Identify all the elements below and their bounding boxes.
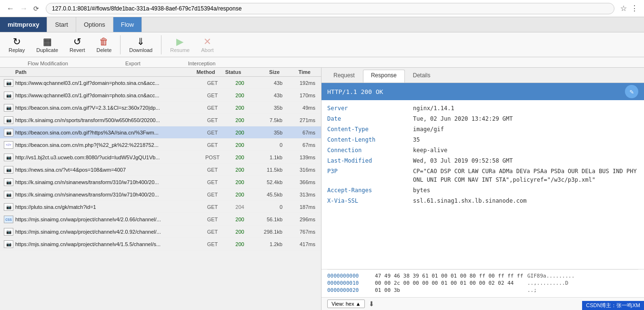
- row-status: 200: [227, 217, 253, 222]
- row-time: 192ms: [286, 80, 317, 86]
- view-selector-button[interactable]: View: hex ▲: [327, 300, 365, 308]
- forward-button[interactable]: →: [17, 3, 30, 14]
- tab-flow[interactable]: Flow: [113, 17, 142, 32]
- row-icon: 📷: [4, 240, 13, 248]
- row-status: 200: [227, 241, 253, 247]
- flow-row[interactable]: 📷 http://vs1.bj2ct.u3.ucweb.com:8080/?uc…: [0, 151, 321, 164]
- row-status: 200: [227, 155, 253, 160]
- flow-row[interactable]: css https://mjs.sinaimg.cn/wap/project/c…: [0, 213, 321, 226]
- row-size: 7.5kb: [253, 117, 286, 123]
- hex-addr: 0000000000: [327, 273, 375, 279]
- row-time: 67ms: [286, 130, 317, 135]
- menu-button[interactable]: ⋮: [629, 3, 640, 14]
- hex-row: 000000000047 49 46 38 39 61 01 00 01 00 …: [327, 273, 638, 279]
- row-status: 200: [227, 130, 253, 135]
- hex-bytes: 00 00 2c 00 00 00 00 01 00 01 00 00 02 0…: [375, 280, 527, 286]
- header-name: P3P: [327, 167, 413, 184]
- header-name: Last-Modified: [327, 156, 413, 165]
- row-time: 49ms: [286, 105, 317, 111]
- delete-icon: 🗑: [99, 37, 109, 46]
- row-size: 0: [253, 142, 286, 148]
- flow-row[interactable]: 📷 https://pluto.sina.cn/gk/match?id=1 GE…: [0, 201, 321, 213]
- row-method: GET: [198, 229, 227, 235]
- row-method: GET: [198, 241, 227, 247]
- flow-row[interactable]: </> https://beacon.sina.com.cn/m.php?{%2…: [0, 139, 321, 151]
- row-size: 45.5kb: [253, 192, 286, 197]
- row-method: GET: [198, 142, 227, 148]
- tab-details[interactable]: Details: [405, 70, 439, 83]
- flow-row[interactable]: 📷 https://beacon.sina.com.cn/b.gif?https…: [0, 126, 321, 139]
- header-scroll-col: [311, 69, 317, 75]
- hex-ascii: GIF89a.........: [527, 273, 574, 279]
- resume-button[interactable]: ▶ Resume: [165, 35, 194, 55]
- row-time: 417ms: [286, 241, 317, 247]
- flow-row[interactable]: 📷 https://mjs.sinaimg.cn/wap/project/cha…: [0, 226, 321, 238]
- hex-addr: 0000000010: [327, 280, 375, 286]
- toolbar-section-labels: Flow Modification Export Interception: [0, 57, 644, 68]
- row-status: 200: [227, 229, 253, 235]
- duplicate-button[interactable]: ▦ Duplicate: [31, 35, 63, 55]
- flow-list-header: Path Method Status Size Time: [0, 68, 321, 77]
- tab-mitmproxy[interactable]: mitmproxy: [0, 17, 47, 32]
- row-time: 271ms: [286, 117, 317, 123]
- hex-area: 000000000047 49 46 38 39 61 01 00 01 00 …: [322, 270, 644, 297]
- row-icon: 📷: [4, 154, 13, 161]
- header-value: Wed, 03 Jul 2019 09:52:58 GMT: [413, 156, 638, 165]
- tab-request[interactable]: Request: [325, 70, 363, 83]
- row-icon: 📷: [4, 191, 13, 198]
- tab-options[interactable]: Options: [76, 17, 113, 32]
- row-method: GET: [198, 105, 227, 111]
- url-bar[interactable]: [46, 3, 614, 14]
- flow-row[interactable]: 📷 https://news.sina.cn/?vt=4&pos=108&wm=…: [0, 164, 321, 176]
- row-size: 52.4kb: [253, 179, 286, 185]
- flow-row[interactable]: 📷 https://www.qchannel03.cn/1.gif?domain…: [0, 77, 321, 89]
- download-button[interactable]: ⇓ Download: [124, 35, 157, 55]
- status-line: HTTP/1.1 200 OK ✎: [322, 83, 644, 100]
- flow-list-body[interactable]: 📷 https://www.qchannel03.cn/1.gif?domain…: [0, 77, 321, 310]
- row-size: 43b: [253, 80, 286, 86]
- toolbar-divider-2: [161, 35, 161, 54]
- edit-pencil-button[interactable]: ✎: [625, 85, 638, 98]
- row-size: 35b: [253, 130, 286, 135]
- back-button[interactable]: ←: [4, 3, 17, 14]
- flow-row[interactable]: 📷 https://k.sinaimg.cn/n/sinanews/transf…: [0, 188, 321, 201]
- row-path: https://k.sinaimg.cn/n/sports/transform/…: [15, 117, 198, 123]
- row-size: 56.1kb: [253, 217, 286, 222]
- row-status: 200: [227, 167, 253, 173]
- header-method-col: Method: [191, 69, 220, 75]
- bookmark-button[interactable]: ☆: [618, 3, 629, 14]
- row-time: 366ms: [286, 179, 317, 185]
- row-time: 67ms: [286, 142, 317, 148]
- header-name: Connection: [327, 146, 413, 155]
- hex-row: 000000002001 00 3b..;: [327, 287, 638, 293]
- refresh-button[interactable]: ⟳: [30, 4, 42, 13]
- flow-row[interactable]: 📷 https://k.sinaimg.cn/n/sports/transfor…: [0, 114, 321, 126]
- tab-response[interactable]: Response: [363, 70, 405, 83]
- row-status: 200: [227, 142, 253, 148]
- flow-row[interactable]: 📷 https://mjs.sinaimg.cn/wap/project/cha…: [0, 238, 321, 250]
- watermark: CSDN博主：张一鸣XM: [582, 301, 644, 310]
- row-path: https://mjs.sinaimg.cn/wap/project/chann…: [15, 217, 198, 222]
- header-value: nginx/1.14.1: [413, 104, 638, 113]
- http-status-text: HTTP/1.1 200 OK: [327, 88, 383, 95]
- header-value: ssl.61.sinag1.shx.lb.sinanode.com: [413, 196, 638, 205]
- revert-button[interactable]: ↺ Revert: [65, 35, 90, 55]
- flow-row[interactable]: 📷 https://www.qchannel03.cn/1.gif?domain…: [0, 89, 321, 102]
- row-size: 298.1kb: [253, 229, 286, 235]
- abort-button[interactable]: ✕ Abort: [196, 35, 218, 55]
- replay-button[interactable]: ↻ Replay: [4, 35, 30, 55]
- row-size: 0: [253, 204, 286, 210]
- row-status: 200: [227, 192, 253, 197]
- right-panel: Request Response Details HTTP/1.1 200 OK…: [322, 68, 644, 310]
- row-icon: 📷: [4, 166, 13, 174]
- row-size: 11.5kb: [253, 167, 286, 173]
- flow-row[interactable]: 📷 https://k.sinaimg.cn/n/sinanews/transf…: [0, 176, 321, 188]
- header-name: Server: [327, 104, 413, 113]
- row-time: 170ms: [286, 93, 317, 98]
- main-content: Path Method Status Size Time 📷 https://w…: [0, 68, 644, 310]
- delete-button[interactable]: 🗑 Delete: [92, 35, 117, 55]
- flow-row[interactable]: 📷 https://beacon.sina.com.cn/a.gif?V=2.3…: [0, 102, 321, 114]
- tab-start[interactable]: Start: [47, 17, 76, 32]
- row-method: GET: [198, 167, 227, 173]
- hex-download-button[interactable]: ⬇: [369, 300, 374, 308]
